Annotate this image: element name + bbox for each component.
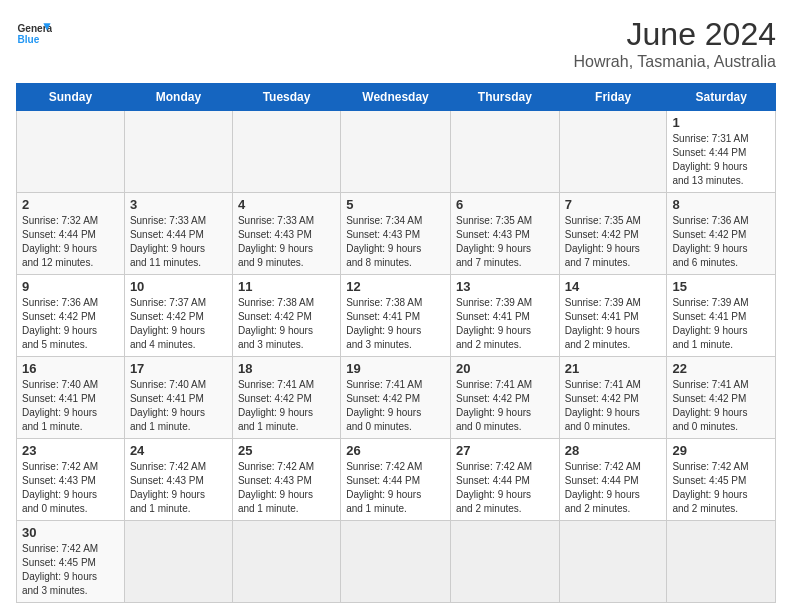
calendar-cell xyxy=(559,111,667,193)
day-info: Sunrise: 7:34 AM Sunset: 4:43 PM Dayligh… xyxy=(346,214,445,270)
calendar-cell xyxy=(450,521,559,603)
weekday-header-saturday: Saturday xyxy=(667,84,776,111)
calendar-cell: 28Sunrise: 7:42 AM Sunset: 4:44 PM Dayli… xyxy=(559,439,667,521)
day-number: 14 xyxy=(565,279,662,294)
calendar-cell: 6Sunrise: 7:35 AM Sunset: 4:43 PM Daylig… xyxy=(450,193,559,275)
day-number: 30 xyxy=(22,525,119,540)
day-info: Sunrise: 7:42 AM Sunset: 4:45 PM Dayligh… xyxy=(22,542,119,598)
day-number: 17 xyxy=(130,361,227,376)
calendar-cell: 10Sunrise: 7:37 AM Sunset: 4:42 PM Dayli… xyxy=(124,275,232,357)
weekday-header-monday: Monday xyxy=(124,84,232,111)
day-info: Sunrise: 7:31 AM Sunset: 4:44 PM Dayligh… xyxy=(672,132,770,188)
day-number: 18 xyxy=(238,361,335,376)
week-row-1: 2Sunrise: 7:32 AM Sunset: 4:44 PM Daylig… xyxy=(17,193,776,275)
day-info: Sunrise: 7:42 AM Sunset: 4:44 PM Dayligh… xyxy=(346,460,445,516)
calendar-table: SundayMondayTuesdayWednesdayThursdayFrid… xyxy=(16,83,776,603)
day-info: Sunrise: 7:36 AM Sunset: 4:42 PM Dayligh… xyxy=(672,214,770,270)
calendar-cell xyxy=(232,521,340,603)
calendar-cell: 18Sunrise: 7:41 AM Sunset: 4:42 PM Dayli… xyxy=(232,357,340,439)
day-number: 24 xyxy=(130,443,227,458)
day-number: 5 xyxy=(346,197,445,212)
day-info: Sunrise: 7:42 AM Sunset: 4:44 PM Dayligh… xyxy=(565,460,662,516)
day-number: 12 xyxy=(346,279,445,294)
day-number: 9 xyxy=(22,279,119,294)
weekday-header-wednesday: Wednesday xyxy=(341,84,451,111)
day-info: Sunrise: 7:42 AM Sunset: 4:43 PM Dayligh… xyxy=(22,460,119,516)
calendar-cell: 9Sunrise: 7:36 AM Sunset: 4:42 PM Daylig… xyxy=(17,275,125,357)
calendar-cell: 24Sunrise: 7:42 AM Sunset: 4:43 PM Dayli… xyxy=(124,439,232,521)
calendar-cell xyxy=(124,111,232,193)
calendar-cell xyxy=(341,521,451,603)
svg-text:Blue: Blue xyxy=(17,34,39,45)
day-info: Sunrise: 7:39 AM Sunset: 4:41 PM Dayligh… xyxy=(672,296,770,352)
day-number: 1 xyxy=(672,115,770,130)
week-row-4: 23Sunrise: 7:42 AM Sunset: 4:43 PM Dayli… xyxy=(17,439,776,521)
calendar-cell: 1Sunrise: 7:31 AM Sunset: 4:44 PM Daylig… xyxy=(667,111,776,193)
day-number: 29 xyxy=(672,443,770,458)
calendar-cell: 30Sunrise: 7:42 AM Sunset: 4:45 PM Dayli… xyxy=(17,521,125,603)
day-number: 16 xyxy=(22,361,119,376)
calendar-cell: 8Sunrise: 7:36 AM Sunset: 4:42 PM Daylig… xyxy=(667,193,776,275)
calendar-cell: 20Sunrise: 7:41 AM Sunset: 4:42 PM Dayli… xyxy=(450,357,559,439)
day-info: Sunrise: 7:36 AM Sunset: 4:42 PM Dayligh… xyxy=(22,296,119,352)
calendar-cell: 2Sunrise: 7:32 AM Sunset: 4:44 PM Daylig… xyxy=(17,193,125,275)
day-info: Sunrise: 7:32 AM Sunset: 4:44 PM Dayligh… xyxy=(22,214,119,270)
day-info: Sunrise: 7:33 AM Sunset: 4:43 PM Dayligh… xyxy=(238,214,335,270)
calendar-cell: 25Sunrise: 7:42 AM Sunset: 4:43 PM Dayli… xyxy=(232,439,340,521)
weekday-header-tuesday: Tuesday xyxy=(232,84,340,111)
week-row-0: 1Sunrise: 7:31 AM Sunset: 4:44 PM Daylig… xyxy=(17,111,776,193)
day-number: 4 xyxy=(238,197,335,212)
day-info: Sunrise: 7:41 AM Sunset: 4:42 PM Dayligh… xyxy=(238,378,335,434)
generalblue-logo-icon: General Blue xyxy=(16,16,52,52)
day-number: 19 xyxy=(346,361,445,376)
day-info: Sunrise: 7:38 AM Sunset: 4:42 PM Dayligh… xyxy=(238,296,335,352)
day-number: 3 xyxy=(130,197,227,212)
day-info: Sunrise: 7:41 AM Sunset: 4:42 PM Dayligh… xyxy=(346,378,445,434)
calendar-cell: 3Sunrise: 7:33 AM Sunset: 4:44 PM Daylig… xyxy=(124,193,232,275)
day-info: Sunrise: 7:40 AM Sunset: 4:41 PM Dayligh… xyxy=(22,378,119,434)
calendar-cell xyxy=(232,111,340,193)
calendar-cell: 17Sunrise: 7:40 AM Sunset: 4:41 PM Dayli… xyxy=(124,357,232,439)
calendar-cell: 23Sunrise: 7:42 AM Sunset: 4:43 PM Dayli… xyxy=(17,439,125,521)
day-info: Sunrise: 7:42 AM Sunset: 4:45 PM Dayligh… xyxy=(672,460,770,516)
day-number: 11 xyxy=(238,279,335,294)
day-info: Sunrise: 7:42 AM Sunset: 4:43 PM Dayligh… xyxy=(238,460,335,516)
weekday-header-row: SundayMondayTuesdayWednesdayThursdayFrid… xyxy=(17,84,776,111)
day-info: Sunrise: 7:37 AM Sunset: 4:42 PM Dayligh… xyxy=(130,296,227,352)
day-info: Sunrise: 7:33 AM Sunset: 4:44 PM Dayligh… xyxy=(130,214,227,270)
calendar-cell: 21Sunrise: 7:41 AM Sunset: 4:42 PM Dayli… xyxy=(559,357,667,439)
day-number: 26 xyxy=(346,443,445,458)
day-number: 23 xyxy=(22,443,119,458)
calendar-cell: 5Sunrise: 7:34 AM Sunset: 4:43 PM Daylig… xyxy=(341,193,451,275)
day-number: 15 xyxy=(672,279,770,294)
day-info: Sunrise: 7:41 AM Sunset: 4:42 PM Dayligh… xyxy=(456,378,554,434)
calendar-cell: 7Sunrise: 7:35 AM Sunset: 4:42 PM Daylig… xyxy=(559,193,667,275)
calendar-cell xyxy=(341,111,451,193)
location-title: Howrah, Tasmania, Australia xyxy=(574,53,776,71)
calendar-cell: 4Sunrise: 7:33 AM Sunset: 4:43 PM Daylig… xyxy=(232,193,340,275)
weekday-header-sunday: Sunday xyxy=(17,84,125,111)
day-info: Sunrise: 7:42 AM Sunset: 4:44 PM Dayligh… xyxy=(456,460,554,516)
calendar-cell xyxy=(667,521,776,603)
day-info: Sunrise: 7:40 AM Sunset: 4:41 PM Dayligh… xyxy=(130,378,227,434)
calendar-cell: 14Sunrise: 7:39 AM Sunset: 4:41 PM Dayli… xyxy=(559,275,667,357)
day-number: 28 xyxy=(565,443,662,458)
weekday-header-friday: Friday xyxy=(559,84,667,111)
day-info: Sunrise: 7:35 AM Sunset: 4:42 PM Dayligh… xyxy=(565,214,662,270)
calendar-cell: 26Sunrise: 7:42 AM Sunset: 4:44 PM Dayli… xyxy=(341,439,451,521)
week-row-2: 9Sunrise: 7:36 AM Sunset: 4:42 PM Daylig… xyxy=(17,275,776,357)
calendar-cell xyxy=(17,111,125,193)
calendar-cell: 15Sunrise: 7:39 AM Sunset: 4:41 PM Dayli… xyxy=(667,275,776,357)
day-info: Sunrise: 7:39 AM Sunset: 4:41 PM Dayligh… xyxy=(456,296,554,352)
week-row-3: 16Sunrise: 7:40 AM Sunset: 4:41 PM Dayli… xyxy=(17,357,776,439)
title-area: June 2024 Howrah, Tasmania, Australia xyxy=(574,16,776,71)
calendar-cell: 22Sunrise: 7:41 AM Sunset: 4:42 PM Dayli… xyxy=(667,357,776,439)
calendar-cell xyxy=(124,521,232,603)
calendar-header: SundayMondayTuesdayWednesdayThursdayFrid… xyxy=(17,84,776,111)
day-number: 25 xyxy=(238,443,335,458)
calendar-body: 1Sunrise: 7:31 AM Sunset: 4:44 PM Daylig… xyxy=(17,111,776,603)
calendar-cell xyxy=(450,111,559,193)
logo: General Blue xyxy=(16,16,52,52)
month-title: June 2024 xyxy=(574,16,776,53)
day-number: 8 xyxy=(672,197,770,212)
